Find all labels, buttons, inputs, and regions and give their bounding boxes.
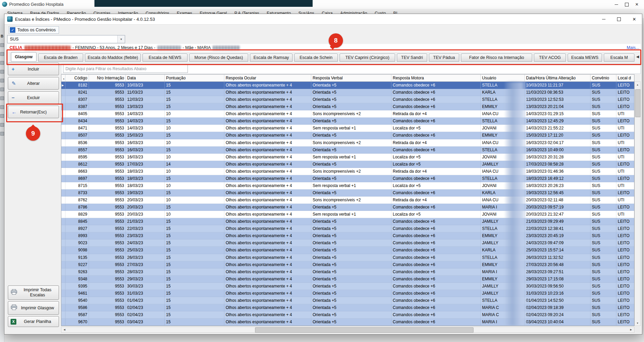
tab-tev-p-dua[interactable]: TEV Pádua [429, 53, 459, 62]
table-row[interactable]: 9023955324/03/2315Olhos abertos espontan… [61, 239, 634, 247]
table-row[interactable]: 8536955316/03/2310Olhos abertos espontan… [61, 139, 634, 146]
vertical-scrollbar[interactable]: ▲ ▼ [634, 81, 641, 326]
column-header-data[interactable]: Data [126, 75, 165, 81]
table-row[interactable]: 9587955302/04/2315Olhos abertos espontan… [61, 311, 634, 318]
table-row[interactable]: 9670955303/04/2315Olhos abertos espontan… [61, 318, 634, 326]
todos-convenios-checkbox[interactable]: ✓ Todos os Convênios [9, 26, 59, 34]
tab-escala-de-ramsay[interactable]: Escala de Ramsay [250, 53, 293, 62]
patient-info-bar: CELIA - FEMININO - 53 Anos, 2 Meses e 17… [7, 44, 641, 51]
table-row[interactable]: 8715955318/03/2310Olhos abertos espontan… [61, 182, 634, 189]
table-row[interactable]: 8829955320/03/2310Olhos abertos espontan… [61, 211, 634, 218]
table-row[interactable]: 8557955316/03/2315Olhos abertos espontan… [61, 146, 634, 154]
table-row[interactable]: 8307955312/03/2315Olhos abertos espontan… [61, 96, 634, 103]
cell: STELLA [481, 297, 525, 304]
tab-tev-caprini-cir-rgico[interactable]: TEV Caprini (Cirúrgico) [340, 53, 395, 62]
cell: 8845 [65, 218, 89, 225]
scroll-right-icon[interactable]: ▶ [628, 327, 634, 332]
cell: Orientada +5 [311, 283, 391, 290]
table-row[interactable]: 8663955318/03/2310Olhos abertos espontan… [61, 168, 634, 175]
filter-input[interactable] [63, 65, 188, 73]
cell: 13/03/23 [126, 103, 165, 110]
table-row[interactable]: 8387955313/03/2315Olhos abertos espontan… [61, 103, 634, 110]
mais-link[interactable]: Mais... [627, 45, 639, 50]
table-row[interactable]: 8405955314/03/2310Olhos abertos espontan… [61, 110, 634, 118]
table-row[interactable]: 8697955318/03/2315Olhos abertos espontan… [61, 175, 634, 182]
incluir-button[interactable]: + Incluir [8, 63, 59, 75]
cell: Olhos abertos espontaneamente + 4 [224, 182, 311, 189]
table-row[interactable]: 9348955329/03/2315Olhos abertos espontan… [61, 276, 634, 283]
tab-glasgow[interactable]: Glasgow [11, 52, 36, 62]
tab-tev-sandri[interactable]: TEV Sandri [397, 53, 427, 62]
vertical-scroll-thumb[interactable] [635, 89, 641, 117]
cell: LEITO [616, 132, 634, 139]
column-header-data-hora-ltima-altera-o[interactable]: Data/Hora Última Alteração [525, 75, 590, 81]
convenio-dropdown[interactable]: SUS ▼ [7, 35, 125, 43]
table-row[interactable]: 8434955314/03/2315Olhos abertos espontan… [61, 118, 634, 125]
table-row[interactable]: 8733955319/03/2315Olhos abertos espontan… [61, 189, 634, 197]
excluir-button[interactable]: − Excluir [8, 91, 59, 104]
column-header-c-digo[interactable]: Código [65, 75, 89, 81]
scroll-left-icon[interactable]: ◀ [62, 327, 67, 332]
dialog-close-icon[interactable]: ✕ [627, 14, 642, 24]
tab-scroll-left-icon[interactable]: ◀ [636, 55, 639, 59]
column-header-resposta-motora[interactable]: Resposta Motora [391, 75, 481, 81]
tab-tev-acog[interactable]: TEV ACOG [534, 53, 566, 62]
column-header-conv-nio[interactable]: Convênio [590, 75, 616, 81]
column-header-pontua-o[interactable]: Pontuação [165, 75, 224, 81]
imprimir-todas-escalas-button[interactable]: Imprimir Todas Escalas [8, 285, 59, 300]
alterar-button[interactable]: ✎ Alterar [8, 77, 59, 90]
tab-escala-de-news[interactable]: Escala de NEWS [143, 53, 188, 62]
row-indicator-header[interactable]: ▲ [61, 75, 65, 81]
tab-escala-do-maddox-flebite[interactable]: Escala do Maddox (flebite) [85, 53, 141, 62]
cell: Sons incompreensíveis +2 [311, 110, 391, 117]
cell: UTI [616, 154, 634, 160]
table-row[interactable]: 9586955302/04/2315Olhos abertos espontan… [61, 304, 634, 311]
column-header-resposta-ocular[interactable]: Resposta Ocular [224, 75, 311, 81]
table-row[interactable]: 8786955320/03/2315Olhos abertos espontan… [61, 204, 634, 211]
close-icon[interactable]: ✕ [632, 0, 642, 9]
horizontal-scrollbar[interactable]: ◀ ▶ [61, 327, 634, 333]
scroll-up-icon[interactable]: ▲ [635, 82, 640, 87]
retornar-button[interactable]: ← Retornar(Esc) [8, 106, 59, 118]
table-row[interactable]: 8993955323/03/2315Olhos abertos espontan… [61, 232, 634, 239]
horizontal-scroll-thumb[interactable] [255, 327, 474, 333]
tab-escala-de-braden[interactable]: Escala de Braden [38, 53, 83, 62]
maximize-icon[interactable] [621, 0, 632, 9]
cell: Comandos obedece +6 [391, 290, 481, 297]
table-row[interactable]: 8612955317/03/2314Olhos abertos espontan… [61, 161, 634, 168]
tab-morse-risco-de-quedas[interactable]: Morse (Risco de Quedas) [189, 53, 248, 62]
cell: LEITO [616, 304, 634, 311]
table-row[interactable]: 9263955328/03/2315Olhos abertos espontan… [61, 268, 634, 276]
column-header-resposta-verbal[interactable]: Resposta Verbal [311, 75, 391, 81]
table-row[interactable]: 9540955301/04/2315Olhos abertos espontan… [61, 297, 634, 304]
table-row[interactable]: 8241955311/03/2315Olhos abertos espontan… [61, 89, 634, 96]
dialog-minimize-icon[interactable] [596, 14, 611, 24]
tab-fator-de-risco-na-interna-o[interactable]: Fator de Risco na Internação [461, 53, 532, 62]
table-row[interactable]: 8595955316/03/2310Olhos abertos espontan… [61, 154, 634, 161]
table-row[interactable]: 9227955327/03/2315Olhos abertos espontan… [61, 261, 634, 268]
column-header-usu-rio[interactable]: Usuário [481, 75, 525, 81]
table-row[interactable]: 9135955326/03/2315Olhos abertos espontan… [61, 254, 634, 261]
table-row[interactable]: 9461955331/03/2315Olhos abertos espontan… [61, 290, 634, 297]
table-row[interactable]: 9098955325/03/2315Olhos abertos espontan… [61, 247, 634, 254]
table-row[interactable]: 8845955321/03/2315Olhos abertos espontan… [61, 218, 634, 225]
annotation-tail [30, 125, 36, 130]
gerar-planilha-button[interactable]: X Gerar Planilha [8, 316, 59, 327]
tab-escala-de-schein[interactable]: Escala de Schein [294, 53, 338, 62]
table-row[interactable]: 8507955315/03/2315Olhos abertos espontan… [61, 132, 634, 139]
table-row[interactable]: 8927955322/03/2315Olhos abertos espontan… [61, 225, 634, 232]
cell: EMMILY [481, 232, 525, 239]
tab-escala-mews[interactable]: Escala MEWS [568, 53, 602, 62]
cell: 20/03/2023 21:32:47 [525, 211, 590, 218]
tab-escala-m[interactable]: Escala M [604, 53, 634, 62]
table-row[interactable]: 9395955330/03/2315Olhos abertos espontan… [61, 283, 634, 290]
table-row[interactable]: ▶8182955310/03/2315Olhos abertos esponta… [61, 82, 634, 89]
table-row[interactable]: 8471955314/03/2310Olhos abertos espontan… [61, 125, 634, 132]
scroll-down-icon[interactable]: ▼ [635, 320, 640, 326]
column-header-nro-interna-o[interactable]: Nro Internação [89, 75, 126, 81]
imprimir-glasgow-button[interactable]: Imprimir Glasgow [8, 301, 59, 315]
table-row[interactable]: 8762955320/03/2310Olhos abertos espontan… [61, 197, 634, 204]
minimize-icon[interactable] [611, 0, 621, 9]
dialog-maximize-icon[interactable] [611, 14, 627, 24]
column-header-local-d[interactable]: Local d [616, 75, 634, 81]
